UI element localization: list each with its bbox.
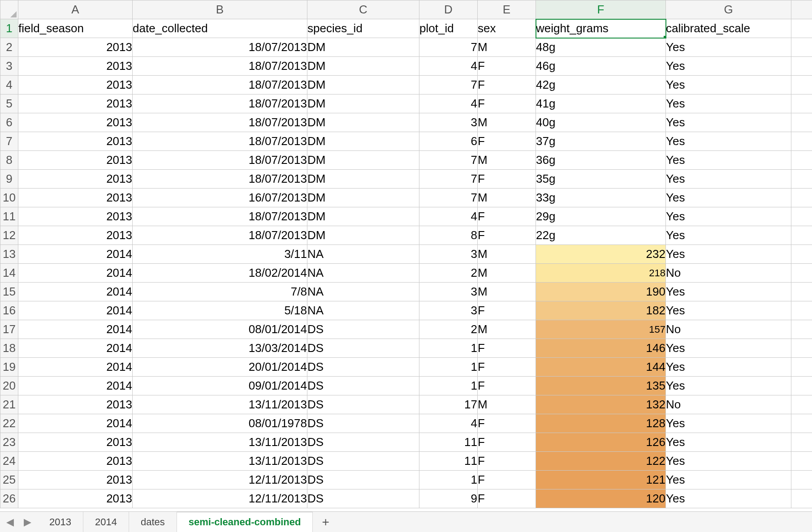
cell-B4[interactable]: 18/07/2013 [133,76,307,94]
cell-G7[interactable]: Yes [666,132,791,151]
cell-F5[interactable]: 41g [536,94,666,113]
cell-extra[interactable] [791,414,812,433]
cell-C17[interactable]: DS [307,320,419,339]
cell-C8[interactable]: DM [307,151,419,170]
cell-D18[interactable]: 1 [419,339,478,358]
cell-G12[interactable]: Yes [666,226,791,245]
sheet-tab[interactable]: 2013 [38,512,83,532]
cell-B23[interactable]: 13/11/2013 [133,433,307,452]
cell-C5[interactable]: DM [307,94,419,113]
cell-E1[interactable]: sex [478,19,536,38]
row-header[interactable]: 21 [0,395,18,414]
cell-G18[interactable]: Yes [666,339,791,358]
cell-A5[interactable]: 2013 [18,94,133,113]
row-header[interactable]: 5 [0,94,18,113]
row-header[interactable]: 13 [0,245,18,264]
cell-A16[interactable]: 2014 [18,301,133,320]
cell-A11[interactable]: 2013 [18,207,133,226]
cell-G11[interactable]: Yes [666,207,791,226]
cell-C10[interactable]: DM [307,189,419,207]
cell-G3[interactable]: Yes [666,57,791,76]
cell-F17[interactable]: 157 [536,320,666,339]
cell-extra[interactable] [791,358,812,377]
cell-E9[interactable]: F [478,170,536,189]
cell-extra[interactable] [791,377,812,395]
cell-F26[interactable]: 120 [536,489,666,508]
cell-G1[interactable]: calibrated_scale [666,19,791,38]
cell-extra[interactable] [791,245,812,264]
row-header[interactable]: 10 [0,189,18,207]
cell-G6[interactable]: Yes [666,113,791,132]
cell-F11[interactable]: 29g [536,207,666,226]
row-header[interactable]: 23 [0,433,18,452]
cell-D22[interactable]: 4 [419,414,478,433]
add-sheet-button[interactable]: + [313,512,338,532]
cell-extra[interactable] [791,264,812,283]
cell-D4[interactable]: 7 [419,76,478,94]
cell-D16[interactable]: 3 [419,301,478,320]
cell-E15[interactable]: M [478,283,536,301]
cell-C4[interactable]: DM [307,76,419,94]
cell-extra[interactable] [791,283,812,301]
cell-D26[interactable]: 9 [419,489,478,508]
row-header[interactable]: 6 [0,113,18,132]
cell-B21[interactable]: 13/11/2013 [133,395,307,414]
cell-E17[interactable]: M [478,320,536,339]
cell-B22[interactable]: 08/01/1978 [133,414,307,433]
cell-A3[interactable]: 2013 [18,57,133,76]
cell-extra[interactable] [791,132,812,151]
cell-F1[interactable]: weight_grams [536,19,666,38]
cell-E21[interactable]: M [478,395,536,414]
cell-F8[interactable]: 36g [536,151,666,170]
cell-C25[interactable]: DS [307,471,419,489]
cell-extra[interactable] [791,38,812,57]
cell-G2[interactable]: Yes [666,38,791,57]
cell-G13[interactable]: Yes [666,245,791,264]
cell-A24[interactable]: 2013 [18,452,133,471]
cell-D7[interactable]: 6 [419,132,478,151]
cell-C3[interactable]: DM [307,57,419,76]
cell-G17[interactable]: No [666,320,791,339]
cell-extra[interactable] [791,320,812,339]
cell-C13[interactable]: NA [307,245,419,264]
cell-F3[interactable]: 46g [536,57,666,76]
cell-E11[interactable]: F [478,207,536,226]
cell-B10[interactable]: 16/07/2013 [133,189,307,207]
tab-nav-next-icon[interactable]: ▶ [21,516,34,528]
cell-D20[interactable]: 1 [419,377,478,395]
cell-F15[interactable]: 190 [536,283,666,301]
cell-G26[interactable]: Yes [666,489,791,508]
col-header-E[interactable]: E [478,0,536,19]
cell-E10[interactable]: M [478,189,536,207]
col-header-F[interactable]: F [536,0,666,19]
cell-C9[interactable]: DM [307,170,419,189]
cell-D9[interactable]: 7 [419,170,478,189]
cell-B25[interactable]: 12/11/2013 [133,471,307,489]
cell-D17[interactable]: 2 [419,320,478,339]
cell-C2[interactable]: DM [307,38,419,57]
cell-G14[interactable]: No [666,264,791,283]
row-header[interactable]: 2 [0,38,18,57]
cell-F7[interactable]: 37g [536,132,666,151]
cell-extra[interactable] [791,76,812,94]
cell-extra[interactable] [791,207,812,226]
cell-G19[interactable]: Yes [666,358,791,377]
cell-A10[interactable]: 2013 [18,189,133,207]
cell-A26[interactable]: 2013 [18,489,133,508]
cell-B20[interactable]: 09/01/2014 [133,377,307,395]
cell-extra[interactable] [791,94,812,113]
cell-A21[interactable]: 2013 [18,395,133,414]
cell-E24[interactable]: F [478,452,536,471]
row-header[interactable]: 17 [0,320,18,339]
cell-E2[interactable]: M [478,38,536,57]
cell-F23[interactable]: 126 [536,433,666,452]
cell-extra[interactable] [791,489,812,508]
cell-E19[interactable]: F [478,358,536,377]
cell-G23[interactable]: Yes [666,433,791,452]
cell-C14[interactable]: NA [307,264,419,283]
row-header[interactable]: 16 [0,301,18,320]
cell-G21[interactable]: No [666,395,791,414]
spreadsheet-grid[interactable]: A B C D E F G 1field_seasondate_collecte… [0,0,812,508]
cell-F6[interactable]: 40g [536,113,666,132]
cell-G9[interactable]: Yes [666,170,791,189]
